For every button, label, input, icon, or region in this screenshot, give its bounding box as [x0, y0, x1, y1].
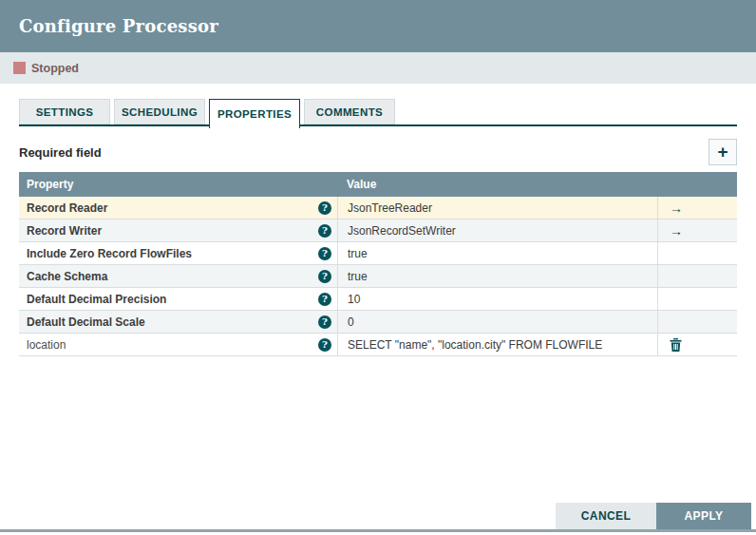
- table-row: Default Decimal Scale ? 0: [19, 311, 737, 334]
- property-value[interactable]: 0: [337, 311, 658, 333]
- help-icon[interactable]: ?: [318, 338, 331, 352]
- required-field-label: Required field: [19, 145, 102, 160]
- property-name: location: [27, 338, 318, 352]
- property-name: Record Reader: [27, 201, 318, 215]
- status-label: Stopped: [31, 62, 79, 75]
- column-header-value: Value: [337, 178, 658, 191]
- help-icon[interactable]: ?: [318, 247, 331, 260]
- table-row: location ? SELECT "name", "location.city…: [19, 334, 737, 356]
- property-value[interactable]: JsonTreeReader: [337, 197, 658, 219]
- help-icon[interactable]: ?: [318, 224, 331, 238]
- property-name: Default Decimal Scale: [27, 315, 318, 329]
- property-name: Cache Schema: [27, 270, 318, 283]
- properties-table: Property Value Record Reader ? JsonTreeR…: [19, 172, 737, 356]
- help-icon[interactable]: ?: [318, 201, 331, 215]
- dialog-title: Configure Processor: [19, 16, 218, 36]
- help-icon[interactable]: ?: [318, 270, 331, 283]
- tab-scheduling[interactable]: SCHEDULING: [114, 99, 205, 124]
- property-value[interactable]: true: [337, 242, 658, 264]
- delete-property-icon[interactable]: [670, 338, 682, 352]
- property-value[interactable]: JsonRecordSetWriter: [337, 220, 658, 241]
- table-row: Record Reader ? JsonTreeReader →: [19, 197, 737, 220]
- property-name: Default Decimal Precision: [27, 293, 318, 306]
- property-value[interactable]: true: [337, 265, 658, 287]
- go-to-service-icon[interactable]: →: [670, 224, 683, 238]
- table-row: Record Writer ? JsonRecordSetWriter →: [19, 220, 737, 242]
- property-value[interactable]: 10: [337, 288, 658, 310]
- help-icon[interactable]: ?: [318, 293, 331, 306]
- table-header-row: Property Value: [19, 172, 737, 197]
- tab-properties[interactable]: PROPERTIES: [209, 99, 300, 128]
- configure-processor-dialog: Configure Processor Stopped SETTINGS SCH…: [0, 0, 756, 535]
- help-icon[interactable]: ?: [318, 315, 331, 329]
- add-property-button[interactable]: +: [709, 139, 737, 165]
- property-value[interactable]: SELECT "name", "location.city" FROM FLOW…: [337, 334, 658, 355]
- dialog-titlebar: Configure Processor: [0, 0, 756, 52]
- apply-button[interactable]: APPLY: [656, 503, 751, 529]
- dialog-tabs: SETTINGS SCHEDULING PROPERTIES COMMENTS: [19, 99, 737, 128]
- table-row: Default Decimal Precision ? 10: [19, 288, 737, 311]
- property-name: Record Writer: [27, 224, 318, 238]
- column-header-property: Property: [19, 178, 337, 191]
- property-name: Include Zero Record FlowFiles: [27, 247, 318, 260]
- tab-underline: [19, 124, 737, 126]
- stopped-status-icon: [13, 62, 26, 74]
- processor-status-bar: Stopped: [0, 52, 756, 84]
- cancel-button[interactable]: CANCEL: [556, 503, 656, 529]
- tab-comments[interactable]: COMMENTS: [304, 99, 395, 124]
- plus-icon: +: [717, 143, 728, 161]
- table-row: Include Zero Record FlowFiles ? true: [19, 242, 737, 265]
- dialog-bottom-edge: [0, 529, 756, 532]
- table-row: Cache Schema ? true: [19, 265, 737, 288]
- tab-settings[interactable]: SETTINGS: [19, 99, 110, 124]
- go-to-service-icon[interactable]: →: [670, 201, 683, 215]
